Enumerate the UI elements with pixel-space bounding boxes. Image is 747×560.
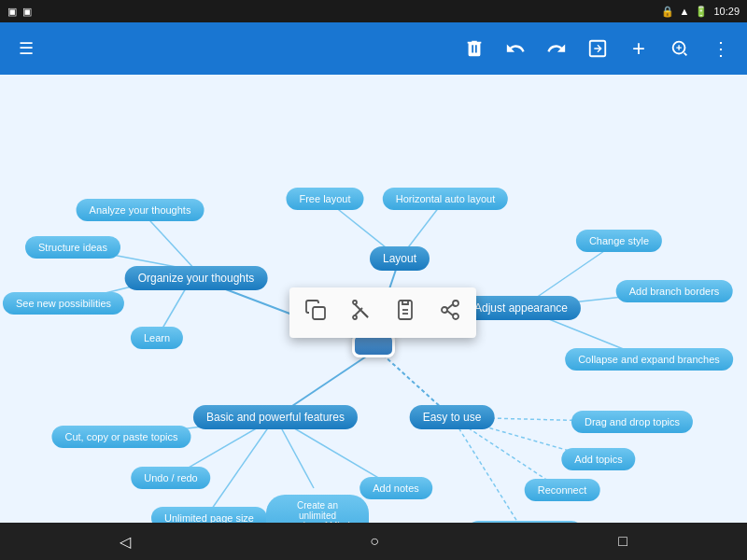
add-notes-node[interactable]: Add notes (359, 477, 432, 499)
share-icon[interactable] (435, 295, 465, 330)
adjust-appearance-label: Adjust appearance (474, 301, 568, 315)
signal-icon: ▲ (680, 6, 690, 17)
wifi-icon: ▣ (22, 6, 32, 18)
change-style-label: Change style (589, 235, 649, 246)
trash-button[interactable] (456, 30, 493, 67)
structure-ideas-node[interactable]: Structure ideas (25, 236, 120, 259)
add-topics-label: Add topics (574, 454, 622, 465)
create-unlimited-node[interactable]: Create an unlimited number of Mind Maps (266, 495, 369, 523)
free-layout-label: Free layout (299, 193, 350, 204)
create-unlimited-label: Create an unlimited number of Mind Maps (285, 500, 349, 523)
add-branch-borders-node[interactable]: Add branch borders (616, 280, 733, 302)
reconnect-node[interactable]: Reconnect (525, 479, 600, 501)
change-style-node[interactable]: Change style (576, 230, 662, 252)
svg-line-24 (452, 417, 524, 523)
time-display: 10:29 (713, 6, 740, 17)
analyze-thoughts-label: Analyze your thoughts (90, 204, 191, 216)
horizontal-auto-layout-label: Horizontal auto layout (396, 193, 495, 204)
layout-node[interactable]: Layout (370, 246, 430, 271)
import-button[interactable] (579, 30, 616, 67)
move-topics-node[interactable]: Move topics around (467, 521, 583, 523)
free-layout-node[interactable]: Free layout (286, 188, 363, 210)
drag-drop-node[interactable]: Drag and drop topics (571, 411, 693, 433)
reconnect-label: Reconnect (538, 484, 587, 496)
bottom-nav: ◁ ○ □ (0, 523, 747, 560)
copy-icon[interactable] (301, 295, 331, 330)
add-notes-label: Add notes (373, 483, 419, 494)
organize-thoughts-node[interactable]: Organize your thoughts (125, 266, 268, 290)
status-left: ▣ ▣ (7, 6, 32, 18)
cut-copy-paste-label: Cut, copy or paste topics (64, 431, 177, 442)
status-right: 🔒 ▲ 🔋 10:29 (661, 6, 740, 18)
drag-drop-label: Drag and drop topics (585, 416, 680, 427)
cut-copy-paste-node[interactable]: Cut, copy or paste topics (51, 426, 190, 448)
svg-line-38 (447, 311, 453, 315)
layout-label: Layout (383, 252, 416, 265)
unlimited-page-size-node[interactable]: Unlimited page size (151, 507, 267, 523)
svg-point-27 (353, 301, 357, 304)
more-button[interactable]: ⋮ (702, 30, 740, 67)
undo-redo-label: Undo / redo (144, 472, 197, 483)
see-new-possibilities-label: See new possibilities (16, 298, 111, 309)
recent-button[interactable]: □ (599, 525, 646, 557)
paste-icon[interactable] (390, 295, 420, 330)
horizontal-auto-layout-node[interactable]: Horizontal auto layout (383, 188, 508, 210)
svg-point-34 (453, 301, 458, 306)
svg-line-30 (362, 312, 368, 317)
basic-features-label: Basic and powerful features (206, 411, 345, 424)
redo-button[interactable] (538, 30, 575, 67)
add-branch-borders-label: Add branch borders (629, 286, 720, 297)
svg-point-35 (442, 307, 447, 313)
home-button[interactable]: ○ (351, 525, 398, 557)
status-bar: ▣ ▣ 🔒 ▲ 🔋 10:29 (0, 0, 747, 22)
zoom-button[interactable] (661, 30, 698, 67)
unlimited-page-size-label: Unlimited page size (164, 512, 254, 523)
svg-line-17 (205, 417, 275, 518)
menu-button[interactable]: ☰ (7, 30, 45, 67)
svg-point-36 (453, 314, 458, 319)
undo-button[interactable] (497, 30, 534, 67)
collapse-expand-label: Collapse and expand branches (578, 354, 720, 365)
toolbar: ☰ + ⋮ (0, 22, 747, 75)
undo-redo-node[interactable]: Undo / redo (131, 467, 210, 489)
analyze-thoughts-node[interactable]: Analyze your thoughts (77, 199, 204, 221)
battery-icon: 🔋 (695, 6, 708, 18)
learn-node[interactable]: Learn (131, 327, 183, 349)
svg-line-37 (447, 304, 453, 309)
learn-label: Learn (144, 332, 170, 343)
sim-icon: ▣ (7, 6, 17, 18)
cut-icon[interactable] (345, 295, 375, 330)
easy-to-use-label: Easy to use (423, 411, 482, 424)
svg-rect-25 (313, 307, 325, 319)
add-button[interactable]: + (620, 30, 657, 67)
svg-point-26 (353, 315, 357, 319)
back-button[interactable]: ◁ (101, 525, 149, 558)
add-topics-node[interactable]: Add topics (561, 448, 635, 470)
structure-ideas-label: Structure ideas (38, 242, 107, 253)
easy-to-use-node[interactable]: Easy to use (410, 405, 495, 429)
lock-icon: 🔒 (661, 6, 674, 18)
collapse-expand-node[interactable]: Collapse and expand branches (565, 348, 733, 371)
organize-thoughts-label: Organize your thoughts (138, 272, 255, 285)
see-new-possibilities-node[interactable]: See new possibilities (3, 292, 124, 315)
adjust-appearance-node[interactable]: Adjust appearance (461, 296, 581, 320)
mindmap-canvas: Organize your thoughts Analyze your thou… (0, 75, 747, 523)
context-menu[interactable] (289, 287, 476, 338)
basic-features-node[interactable]: Basic and powerful features (193, 405, 358, 429)
